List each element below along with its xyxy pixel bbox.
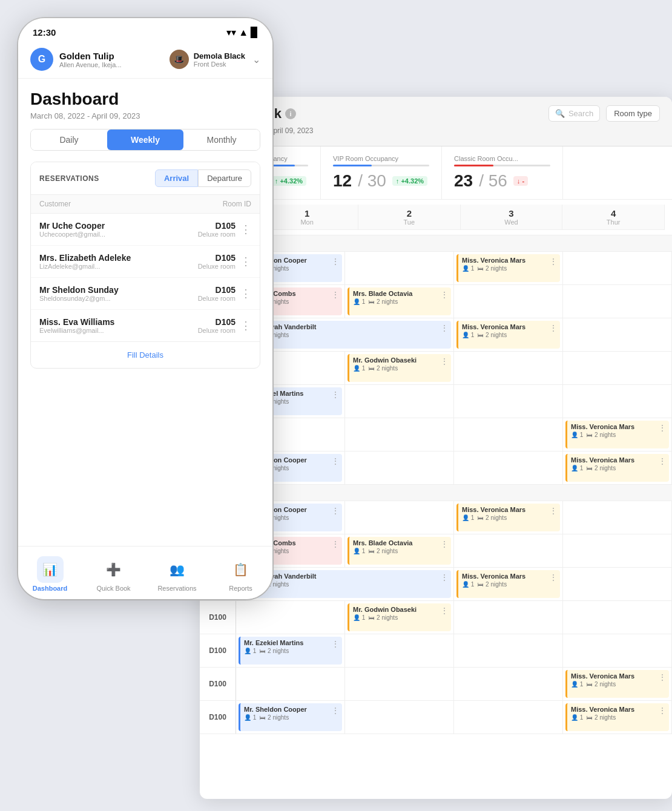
- booking-chip[interactable]: ⋮ Mr. Godwin Obaseki 👤 1 🛏 2 nights: [348, 354, 451, 382]
- guest-count-icon: 👤 1: [353, 298, 365, 305]
- room-id-text: D105: [198, 221, 236, 231]
- more-options-icon[interactable]: ⋮: [549, 257, 558, 266]
- tab-weekly[interactable]: Weekly: [107, 130, 183, 150]
- room-cell[interactable]: ⋮ Mr. Sheldon Cooper 👤 1 🛏 2 nights: [236, 701, 345, 734]
- room-cell[interactable]: ⋮ Miss. Veronica Mars 👤 1 🛏 2 nights: [563, 418, 672, 451]
- room-cell: [236, 601, 345, 634]
- reservations-box: RESERVATIONS Arrival Departure Customer …: [30, 162, 260, 369]
- more-options-icon[interactable]: ⋮: [331, 506, 340, 516]
- more-options-icon[interactable]: ⋮: [331, 290, 340, 300]
- booking-chip[interactable]: ⋮ Mrs. Blade Octavia 👤 1 🛏 2 nights: [348, 537, 451, 565]
- nav-item-quick-book[interactable]: ➕ Quick Book: [82, 553, 145, 596]
- departure-tab[interactable]: Departure: [198, 169, 251, 187]
- room-type-button[interactable]: Room type: [606, 105, 660, 122]
- more-options-icon[interactable]: ⋮: [331, 706, 340, 715]
- tab-daily[interactable]: Daily: [31, 130, 107, 150]
- battery-icon: ▉: [251, 27, 258, 38]
- nights-icon: 🛏 2 nights: [587, 465, 616, 471]
- room-cell: [345, 668, 454, 700]
- status-time: 12:30: [33, 27, 56, 38]
- more-options-icon[interactable]: ⋮: [240, 287, 251, 300]
- nav-icon: 📊: [37, 556, 64, 583]
- staff-avatar: 🎩: [170, 50, 189, 69]
- room-info: D105 Deluxe room: [198, 253, 236, 270]
- more-options-icon[interactable]: ⋮: [658, 706, 667, 715]
- more-options-icon[interactable]: ⋮: [240, 319, 251, 332]
- room-cell: [454, 352, 563, 384]
- guest-email: LizAdeleke@gmail...: [39, 263, 131, 270]
- more-options-icon[interactable]: ⋮: [658, 456, 667, 466]
- more-options-icon[interactable]: ⋮: [240, 255, 251, 268]
- more-options-icon[interactable]: ⋮: [440, 356, 449, 366]
- room-cell[interactable]: ⋮ Miss. Veronica Mars 👤 1 🛏 2 nights: [563, 701, 672, 734]
- room-cell: [563, 534, 672, 567]
- col-headers: Customer Room ID: [31, 195, 260, 214]
- more-options-icon[interactable]: ⋮: [440, 573, 449, 582]
- room-cell: [454, 418, 563, 451]
- more-options-icon[interactable]: ⋮: [331, 390, 340, 399]
- arrival-tab[interactable]: Arrival: [155, 169, 198, 187]
- booking-chip[interactable]: ⋮ Miss. Veronica Mars 👤 1 🛏 2 nights: [565, 703, 669, 731]
- more-options-icon[interactable]: ⋮: [331, 639, 340, 649]
- more-options-icon[interactable]: ⋮: [240, 223, 251, 236]
- staff-info[interactable]: 🎩 Demola Black Front Desk ⌄: [170, 50, 260, 69]
- room-cell[interactable]: ⋮ Miss. Veronica Mars 👤 1 🛏 2 nights: [454, 318, 563, 351]
- nav-item-dashboard[interactable]: 📊 Dashboard: [18, 553, 82, 596]
- room-cell[interactable]: ⋮ Mrs. Blade Octavia 👤 1 🛏 2 nights: [345, 534, 454, 567]
- room-cell[interactable]: ⋮ Miss. Veronica Mars 👤 1 🛏 2 nights: [563, 451, 672, 484]
- booking-chip[interactable]: ⋮ Miss. Veronica Mars 👤 1 🛏 2 nights: [565, 670, 669, 698]
- nav-item-reservations[interactable]: 👥 Reservations: [145, 553, 209, 596]
- nav-icon: 📋: [228, 556, 254, 583]
- room-cell[interactable]: ⋮ Mr. Godwin Obaseki 👤 1 🛏 2 nights: [345, 601, 454, 634]
- booking-chip[interactable]: ⋮ Mr. Ezekiel Martins 👤 1 🛏 2 nights: [239, 637, 342, 665]
- guest-count-icon: 👤 1: [571, 465, 583, 471]
- more-options-icon[interactable]: ⋮: [440, 606, 449, 616]
- booking-chip[interactable]: ⋮ Miss. Veronica Mars 👤 1 🛏 2 nights: [456, 504, 560, 531]
- more-options-icon[interactable]: ⋮: [549, 506, 558, 516]
- room-type-text: Deluxe room: [198, 231, 236, 238]
- room-cell[interactable]: ⋮ Miss. Veronica Mars 👤 1 🛏 2 nights: [454, 501, 563, 534]
- nav-item-reports[interactable]: 📋 Reports: [209, 553, 272, 596]
- nights-icon: 🛏 2 nights: [478, 514, 507, 521]
- info-icon[interactable]: i: [285, 108, 296, 119]
- room-cell[interactable]: ⋮ Miss. Veronica Mars 👤 1 🛏 2 nights: [454, 252, 563, 284]
- more-options-icon[interactable]: ⋮: [549, 323, 558, 333]
- booking-chip[interactable]: ⋮ Mr. Godwin Obaseki 👤 1 🛏 2 nights: [348, 603, 451, 631]
- room-cell[interactable]: ⋮ Mr. Ezekiel Martins 👤 1 🛏 2 nights: [236, 634, 345, 667]
- col-room-id: Room ID: [223, 200, 251, 208]
- more-options-icon[interactable]: ⋮: [440, 539, 449, 549]
- staff-role: Front Desk: [194, 61, 245, 68]
- room-id-cell: D100: [200, 634, 236, 667]
- booking-chip[interactable]: ⋮ Miss. Veronica Mars 👤 1 🛏 2 nights: [565, 421, 669, 448]
- booking-chip[interactable]: ⋮ Miss. Veronica Mars 👤 1 🛏 2 nights: [456, 321, 560, 349]
- more-options-icon[interactable]: ⋮: [331, 257, 340, 266]
- search-box[interactable]: 🔍 Search: [548, 105, 600, 122]
- booking-chip[interactable]: ⋮ Miss. Veronica Mars 👤 1 🛏 2 nights: [565, 454, 669, 482]
- chevron-down-icon[interactable]: ⌄: [252, 54, 260, 65]
- room-cell: [236, 668, 345, 700]
- room-cell: [454, 385, 563, 418]
- booking-chip[interactable]: ⋮ Mr. Sheldon Cooper 👤 1 🛏 2 nights: [239, 703, 342, 731]
- booking-chip[interactable]: ⋮ Miss. Veronica Mars 👤 1 🛏 2 nights: [456, 254, 560, 282]
- room-cell[interactable]: ⋮ Mr. Godwin Obaseki 👤 1 🛏 2 nights: [345, 352, 454, 384]
- more-options-icon[interactable]: ⋮: [440, 290, 449, 300]
- more-options-icon[interactable]: ⋮: [658, 423, 667, 433]
- room-cell[interactable]: ⋮ Miss. Veronica Mars 👤 1 🛏 2 nights: [563, 668, 672, 700]
- fill-details-bar[interactable]: Fill Details: [31, 341, 260, 368]
- tab-monthly[interactable]: Monthly: [183, 130, 260, 150]
- room-cell: [563, 601, 672, 634]
- booking-chip[interactable]: ⋮ Mrs. Blade Octavia 👤 1 🛏 2 nights: [348, 287, 451, 315]
- more-options-icon[interactable]: ⋮: [331, 456, 340, 466]
- booking-chip[interactable]: ⋮ Miss. Veronica Mars 👤 1 🛏 2 nights: [456, 570, 560, 598]
- more-options-icon[interactable]: ⋮: [658, 672, 667, 682]
- col-customer: Customer: [39, 200, 71, 208]
- more-options-icon[interactable]: ⋮: [331, 539, 340, 549]
- room-cell[interactable]: ⋮ Mrs. Blade Octavia 👤 1 🛏 2 nights: [345, 285, 454, 318]
- guest-info: Miss. Eva Williams Evelwilliams@gmail...: [39, 317, 114, 334]
- nights-icon: 🛏 2 nights: [587, 714, 616, 721]
- more-options-icon[interactable]: ⋮: [440, 323, 449, 333]
- guest-count-icon: 👤 1: [353, 548, 365, 554]
- guest-count-icon: 👤 1: [571, 681, 583, 688]
- room-cell[interactable]: ⋮ Miss. Veronica Mars 👤 1 🛏 2 nights: [454, 568, 563, 600]
- more-options-icon[interactable]: ⋮: [549, 573, 558, 582]
